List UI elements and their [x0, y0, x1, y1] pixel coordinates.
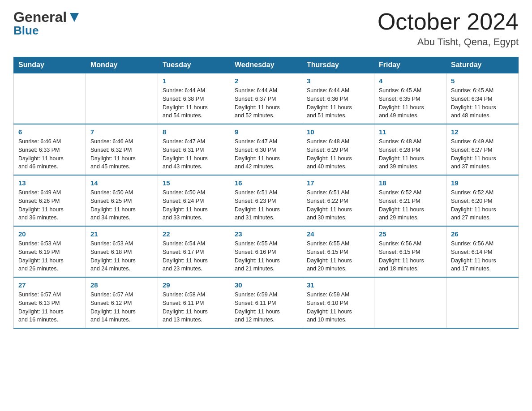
calendar-cell: 17Sunrise: 6:51 AMSunset: 6:22 PMDayligh… [302, 175, 374, 226]
day-info: Sunrise: 6:46 AMSunset: 6:32 PMDaylight:… [90, 137, 153, 171]
day-info: Sunrise: 6:51 AMSunset: 6:22 PMDaylight:… [307, 188, 369, 222]
calendar-cell [446, 277, 519, 328]
logo-arrow-icon [68, 11, 81, 24]
calendar-cell [374, 277, 446, 328]
month-title: October 2024 [378, 9, 519, 34]
location: Abu Tisht, Qena, Egypt [378, 36, 519, 48]
calendar-cell: 23Sunrise: 6:55 AMSunset: 6:16 PMDayligh… [230, 226, 302, 277]
day-number: 9 [235, 128, 297, 136]
day-info: Sunrise: 6:44 AMSunset: 6:36 PMDaylight:… [307, 86, 369, 120]
day-number: 17 [307, 179, 369, 187]
calendar-cell: 12Sunrise: 6:49 AMSunset: 6:27 PMDayligh… [446, 124, 519, 175]
day-number: 15 [163, 179, 225, 187]
calendar-day-header: Tuesday [158, 57, 230, 73]
calendar-week-row: 27Sunrise: 6:57 AMSunset: 6:13 PMDayligh… [14, 277, 519, 328]
day-info: Sunrise: 6:46 AMSunset: 6:33 PMDaylight:… [18, 137, 81, 171]
day-info: Sunrise: 6:47 AMSunset: 6:30 PMDaylight:… [235, 137, 297, 171]
day-number: 20 [18, 230, 81, 238]
day-number: 19 [451, 179, 514, 187]
day-info: Sunrise: 6:54 AMSunset: 6:17 PMDaylight:… [163, 240, 225, 273]
day-number: 11 [379, 128, 442, 136]
day-number: 1 [163, 77, 225, 85]
day-number: 27 [18, 281, 81, 289]
day-number: 29 [163, 281, 225, 289]
logo-general-text: General [13, 9, 67, 26]
calendar-week-row: 13Sunrise: 6:49 AMSunset: 6:26 PMDayligh… [14, 175, 519, 226]
day-info: Sunrise: 6:50 AMSunset: 6:24 PMDaylight:… [163, 188, 225, 222]
calendar-cell: 29Sunrise: 6:58 AMSunset: 6:11 PMDayligh… [158, 277, 230, 328]
calendar-cell: 8Sunrise: 6:47 AMSunset: 6:31 PMDaylight… [158, 124, 230, 175]
calendar-cell: 1Sunrise: 6:44 AMSunset: 6:38 PMDaylight… [158, 73, 230, 124]
day-info: Sunrise: 6:49 AMSunset: 6:27 PMDaylight:… [451, 137, 514, 171]
day-number: 26 [451, 230, 514, 238]
day-info: Sunrise: 6:51 AMSunset: 6:23 PMDaylight:… [235, 188, 297, 222]
day-number: 13 [18, 179, 81, 187]
calendar-cell: 10Sunrise: 6:48 AMSunset: 6:29 PMDayligh… [302, 124, 374, 175]
calendar-cell: 24Sunrise: 6:55 AMSunset: 6:15 PMDayligh… [302, 226, 374, 277]
calendar-cell: 26Sunrise: 6:56 AMSunset: 6:14 PMDayligh… [446, 226, 519, 277]
calendar-week-row: 1Sunrise: 6:44 AMSunset: 6:38 PMDaylight… [14, 73, 519, 124]
logo-blue-text: Blue [13, 24, 39, 38]
calendar-cell: 19Sunrise: 6:52 AMSunset: 6:20 PMDayligh… [446, 175, 519, 226]
calendar-cell: 5Sunrise: 6:45 AMSunset: 6:34 PMDaylight… [446, 73, 519, 124]
day-info: Sunrise: 6:44 AMSunset: 6:37 PMDaylight:… [235, 86, 297, 120]
day-number: 23 [235, 230, 297, 238]
day-number: 18 [379, 179, 442, 187]
day-info: Sunrise: 6:49 AMSunset: 6:26 PMDaylight:… [18, 188, 81, 222]
day-number: 3 [307, 77, 369, 85]
calendar-cell: 25Sunrise: 6:56 AMSunset: 6:15 PMDayligh… [374, 226, 446, 277]
day-number: 4 [379, 77, 442, 85]
day-number: 22 [163, 230, 225, 238]
day-number: 12 [451, 128, 514, 136]
calendar-table: SundayMondayTuesdayWednesdayThursdayFrid… [13, 57, 519, 329]
day-number: 31 [307, 281, 369, 289]
day-info: Sunrise: 6:56 AMSunset: 6:14 PMDaylight:… [451, 240, 514, 273]
calendar-cell: 18Sunrise: 6:52 AMSunset: 6:21 PMDayligh… [374, 175, 446, 226]
calendar-cell: 30Sunrise: 6:59 AMSunset: 6:11 PMDayligh… [230, 277, 302, 328]
calendar-cell: 27Sunrise: 6:57 AMSunset: 6:13 PMDayligh… [14, 277, 86, 328]
day-number: 14 [90, 179, 153, 187]
calendar-day-header: Thursday [302, 57, 374, 73]
day-number: 16 [235, 179, 297, 187]
day-info: Sunrise: 6:48 AMSunset: 6:28 PMDaylight:… [379, 137, 442, 171]
calendar-cell: 22Sunrise: 6:54 AMSunset: 6:17 PMDayligh… [158, 226, 230, 277]
day-number: 7 [90, 128, 153, 136]
day-info: Sunrise: 6:55 AMSunset: 6:15 PMDaylight:… [307, 240, 369, 273]
calendar-cell [14, 73, 86, 124]
day-info: Sunrise: 6:53 AMSunset: 6:19 PMDaylight:… [18, 240, 81, 273]
day-info: Sunrise: 6:56 AMSunset: 6:15 PMDaylight:… [379, 240, 442, 273]
day-info: Sunrise: 6:52 AMSunset: 6:20 PMDaylight:… [451, 188, 514, 222]
calendar-day-header: Monday [86, 57, 158, 73]
day-number: 28 [90, 281, 153, 289]
calendar-cell: 2Sunrise: 6:44 AMSunset: 6:37 PMDaylight… [230, 73, 302, 124]
day-info: Sunrise: 6:55 AMSunset: 6:16 PMDaylight:… [235, 240, 297, 273]
day-number: 30 [235, 281, 297, 289]
calendar-cell: 15Sunrise: 6:50 AMSunset: 6:24 PMDayligh… [158, 175, 230, 226]
logo: General Blue [13, 9, 81, 38]
day-info: Sunrise: 6:57 AMSunset: 6:13 PMDaylight:… [18, 291, 81, 324]
day-number: 6 [18, 128, 81, 136]
svg-marker-0 [70, 13, 79, 22]
calendar-cell: 28Sunrise: 6:57 AMSunset: 6:12 PMDayligh… [86, 277, 158, 328]
calendar-cell: 4Sunrise: 6:45 AMSunset: 6:35 PMDaylight… [374, 73, 446, 124]
page-header: General Blue October 2024 Abu Tisht, Qen… [13, 9, 519, 48]
day-info: Sunrise: 6:45 AMSunset: 6:34 PMDaylight:… [451, 86, 514, 120]
calendar-cell: 14Sunrise: 6:50 AMSunset: 6:25 PMDayligh… [86, 175, 158, 226]
day-info: Sunrise: 6:47 AMSunset: 6:31 PMDaylight:… [163, 137, 225, 171]
day-number: 21 [90, 230, 153, 238]
calendar-week-row: 20Sunrise: 6:53 AMSunset: 6:19 PMDayligh… [14, 226, 519, 277]
calendar-cell: 9Sunrise: 6:47 AMSunset: 6:30 PMDaylight… [230, 124, 302, 175]
calendar-cell: 3Sunrise: 6:44 AMSunset: 6:36 PMDaylight… [302, 73, 374, 124]
day-info: Sunrise: 6:48 AMSunset: 6:29 PMDaylight:… [307, 137, 369, 171]
day-number: 24 [307, 230, 369, 238]
calendar-cell: 31Sunrise: 6:59 AMSunset: 6:10 PMDayligh… [302, 277, 374, 328]
calendar-day-header: Wednesday [230, 57, 302, 73]
calendar-cell: 6Sunrise: 6:46 AMSunset: 6:33 PMDaylight… [14, 124, 86, 175]
day-info: Sunrise: 6:44 AMSunset: 6:38 PMDaylight:… [163, 86, 225, 120]
title-area: October 2024 Abu Tisht, Qena, Egypt [378, 9, 519, 48]
day-number: 10 [307, 128, 369, 136]
calendar-cell: 16Sunrise: 6:51 AMSunset: 6:23 PMDayligh… [230, 175, 302, 226]
day-number: 25 [379, 230, 442, 238]
calendar-day-header: Saturday [446, 57, 519, 73]
day-info: Sunrise: 6:52 AMSunset: 6:21 PMDaylight:… [379, 188, 442, 222]
